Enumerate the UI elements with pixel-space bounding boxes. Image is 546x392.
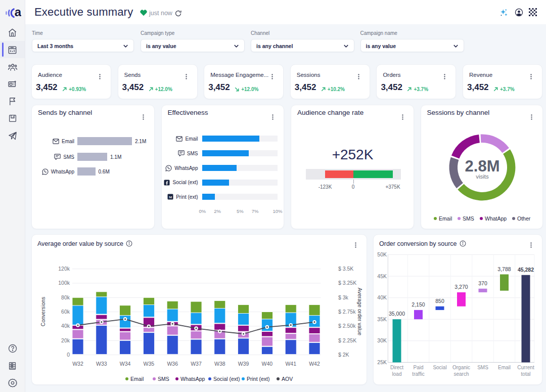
svg-text:35K: 35K xyxy=(377,316,387,322)
svg-text:370: 370 xyxy=(478,280,487,286)
svg-text:Email: Email xyxy=(498,365,511,370)
svg-text:45K: 45K xyxy=(377,273,387,279)
svg-text:Direct: Direct xyxy=(390,365,403,370)
svg-text:SMS: SMS xyxy=(477,365,488,370)
svg-text:$ 2.50k: $ 2.50k xyxy=(338,323,356,329)
svg-text:W39: W39 xyxy=(238,361,249,367)
svg-text:50K: 50K xyxy=(377,251,387,257)
svg-text:W34: W34 xyxy=(120,361,131,367)
svg-text:$ 3.25K: $ 3.25K xyxy=(338,280,356,286)
svg-text:3,788: 3,788 xyxy=(497,266,511,272)
svg-text:W37: W37 xyxy=(191,361,202,367)
svg-text:W41: W41 xyxy=(285,361,296,367)
svg-text:Average order value: Average order value xyxy=(357,288,363,336)
svg-text:100k: 100k xyxy=(58,280,70,286)
svg-text:Paid: Paid xyxy=(413,365,423,370)
svg-text:W42: W42 xyxy=(309,361,320,367)
svg-text:30K: 30K xyxy=(377,337,387,343)
svg-text:45,282: 45,282 xyxy=(518,267,534,273)
svg-text:$ 2.25K: $ 2.25K xyxy=(338,337,356,343)
svg-text:Organic: Organic xyxy=(452,365,470,370)
svg-text:3,270: 3,270 xyxy=(454,284,468,290)
svg-text:traffic: traffic xyxy=(412,371,424,377)
svg-text:2,150: 2,150 xyxy=(412,301,425,308)
svg-text:0: 0 xyxy=(67,352,70,358)
svg-text:W36: W36 xyxy=(167,361,178,367)
svg-text:40k: 40k xyxy=(61,323,70,329)
svg-text:$ 3k: $ 3k xyxy=(338,294,349,300)
svg-text:load: load xyxy=(392,371,402,377)
svg-text:120k: 120k xyxy=(58,266,70,272)
svg-text:850: 850 xyxy=(435,298,444,304)
svg-text:80k: 80k xyxy=(61,294,70,300)
svg-text:$ 3.5K: $ 3.5K xyxy=(338,266,353,272)
svg-text:$ 2.75k: $ 2.75k xyxy=(338,309,356,315)
svg-text:a: a xyxy=(15,7,21,19)
svg-text:W38: W38 xyxy=(214,361,225,367)
svg-text:total: total xyxy=(521,371,531,377)
svg-text:W33: W33 xyxy=(96,361,107,367)
svg-text:W32: W32 xyxy=(72,361,83,367)
svg-text:W40: W40 xyxy=(262,361,273,367)
svg-text:$ 2K: $ 2K xyxy=(338,352,349,358)
svg-text:Social: Social xyxy=(433,365,446,370)
svg-text:60k: 60k xyxy=(61,309,70,315)
svg-text:search: search xyxy=(453,371,469,377)
svg-text:Current: Current xyxy=(517,365,534,370)
svg-text:35,000: 35,000 xyxy=(389,311,405,317)
svg-text:visits: visits xyxy=(476,173,489,180)
svg-text:Conversions: Conversions xyxy=(40,297,46,326)
svg-text:40K: 40K xyxy=(377,294,387,300)
svg-text:M: M xyxy=(169,195,172,199)
svg-text:2.8M: 2.8M xyxy=(465,157,500,175)
svg-text:20k: 20k xyxy=(61,337,70,343)
svg-text:25K: 25K xyxy=(377,359,387,365)
svg-text:W35: W35 xyxy=(144,361,155,367)
